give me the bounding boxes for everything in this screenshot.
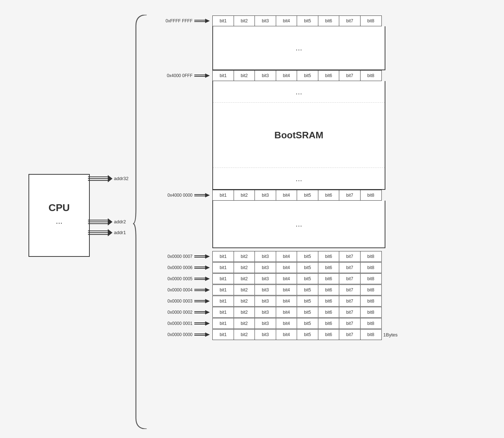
svg-marker-47 (205, 332, 210, 337)
svg-marker-41 (205, 310, 210, 314)
cpu-label: CPU (48, 202, 70, 214)
svg-marker-3 (108, 175, 112, 182)
addr-3: 0x0000 0003 (153, 299, 194, 304)
svg-text:addr2: addr2 (114, 219, 126, 224)
bit-cells-mid2: bit1 bit2 bit3 bit4 bit5 bit6 bit7 bit8 (212, 190, 381, 201)
lower-dots: ... (213, 201, 385, 247)
addr-7: 0x0000 0007 (153, 254, 194, 259)
mem-row-3: 0x0000 0003 bit1 bit2 bit3 bit4 bit5 bit… (153, 296, 398, 307)
lower-dots-block: ... (212, 201, 385, 248)
arrow-mid1 (194, 73, 212, 78)
bit6: bit6 (318, 15, 340, 26)
addr-mid2: 0x4000 0000 (153, 193, 194, 198)
bootsram-dots-top: ... (213, 81, 385, 103)
addr-6: 0x0000 0006 (153, 265, 194, 270)
addr-0: 0x0000 0000 (153, 332, 194, 337)
mem-row-4: 0x0000 0004 bit1 bit2 bit3 bit4 bit5 bit… (153, 285, 398, 295)
svg-marker-23 (205, 193, 210, 197)
arrow-3 (194, 299, 212, 304)
bit1: bit1 (212, 15, 234, 26)
svg-marker-29 (205, 265, 210, 270)
addr-mid1: 0x4000 0FFF (153, 73, 194, 78)
arrow-top (194, 18, 212, 23)
bit-cells-mid1: bit1 bit2 bit3 bit4 bit5 bit6 bit7 bit8 (212, 70, 381, 81)
bit3: bit3 (255, 15, 276, 26)
mem-row-5: 0x0000 0005 bit1 bit2 bit3 bit4 bit5 bit… (153, 273, 398, 284)
bit-cells-0: bit1 bit2 bit3 bit4 bit5 bit6 bit7 bit8 (212, 329, 381, 340)
svg-marker-20 (205, 73, 210, 78)
cpu-dots: ... (56, 216, 62, 226)
arrow-5 (194, 276, 212, 281)
addr-4: 0x0000 0004 (153, 287, 194, 292)
bit-cells-3: bit1 bit2 bit3 bit4 bit5 bit6 bit7 bit8 (212, 296, 381, 307)
bit-cells-6: bit1 bit2 bit3 bit4 bit5 bit6 bit7 bit8 (212, 262, 381, 273)
svg-marker-26 (205, 254, 210, 259)
mem-row-7: 0x0000 0007 bit1 bit2 bit3 bit4 bit5 bit… (153, 251, 398, 262)
arrow-mid2 (194, 193, 212, 198)
svg-marker-38 (205, 299, 210, 303)
arrow-1 (194, 321, 212, 326)
addr-1: 0x0000 0001 (153, 321, 194, 326)
svg-text:addr32: addr32 (114, 176, 128, 181)
svg-marker-8 (108, 218, 112, 225)
mem-row-top: 0xFFFF FFFF bit1 bit2 bit3 bit4 bit5 bit… (153, 15, 398, 26)
bytes-label: 1Bytes (383, 332, 398, 338)
arrow-0 (194, 332, 212, 337)
svg-marker-44 (205, 321, 210, 326)
bootsram-dots-bottom: ... (213, 167, 385, 189)
mem-row-1: 0x0000 0001 bit1 bit2 bit3 bit4 bit5 bit… (153, 318, 398, 329)
arrow-7 (194, 254, 212, 259)
addr-5: 0x0000 0005 (153, 276, 194, 281)
bit2: bit2 (234, 15, 255, 26)
bit5: bit5 (297, 15, 318, 26)
svg-marker-32 (205, 277, 210, 281)
mem-row-mid2: 0x4000 0000 bit1 bit2 bit3 bit4 bit5 bit… (153, 190, 398, 201)
addr-top: 0xFFFF FFFF (153, 18, 194, 23)
svg-marker-17 (205, 19, 210, 23)
bit-cells-1: bit1 bit2 bit3 bit4 bit5 bit6 bit7 bit8 (212, 318, 381, 329)
bit-cells-top: bit1 bit2 bit3 bit4 bit5 bit6 bit7 bit8 (212, 15, 381, 26)
bit-cells-4: bit1 bit2 bit3 bit4 bit5 bit6 bit7 bit8 (212, 285, 381, 295)
svg-marker-13 (108, 229, 112, 236)
mem-row-6: 0x0000 0006 bit1 bit2 bit3 bit4 bit5 bit… (153, 262, 398, 273)
bootsram-label: BootSRAM (213, 103, 385, 167)
brace-svg (132, 15, 150, 429)
arrow-4 (194, 287, 212, 292)
arrow-6 (194, 265, 212, 270)
top-large-block: ... (212, 26, 385, 70)
bit-cells-7: bit1 bit2 bit3 bit4 bit5 bit6 bit7 bit8 (212, 251, 381, 262)
bit-cells-2: bit1 bit2 bit3 bit4 bit5 bit6 bit7 bit8 (212, 307, 381, 318)
bit7: bit7 (339, 15, 361, 26)
bit8: bit8 (360, 15, 382, 26)
mem-row-0: 0x0000 0000 bit1 bit2 bit3 bit4 bit5 bit… (153, 329, 398, 340)
arrow-2 (194, 310, 212, 315)
svg-text:addr1: addr1 (114, 230, 126, 235)
dots-top-block: ... (213, 26, 385, 70)
addr-2: 0x0000 0002 (153, 310, 194, 315)
diagram: CPU ... addr32 addr2 addr1 0xFFFF FFFF (18, 12, 486, 426)
bit-cells-5: bit1 bit2 bit3 bit4 bit5 bit6 bit7 bit8 (212, 273, 381, 284)
mem-row-2: 0x0000 0002 bit1 bit2 bit3 bit4 bit5 bit… (153, 307, 398, 318)
bootsram-block: ... BootSRAM ... (212, 81, 385, 190)
bit4: bit4 (276, 15, 297, 26)
cpu-box: CPU ... (28, 174, 90, 257)
svg-marker-35 (205, 288, 210, 292)
mem-row-mid1: 0x4000 0FFF bit1 bit2 bit3 bit4 bit5 bit… (153, 70, 398, 81)
memory-layout: 0xFFFF FFFF bit1 bit2 bit3 bit4 bit5 bit… (153, 15, 398, 340)
